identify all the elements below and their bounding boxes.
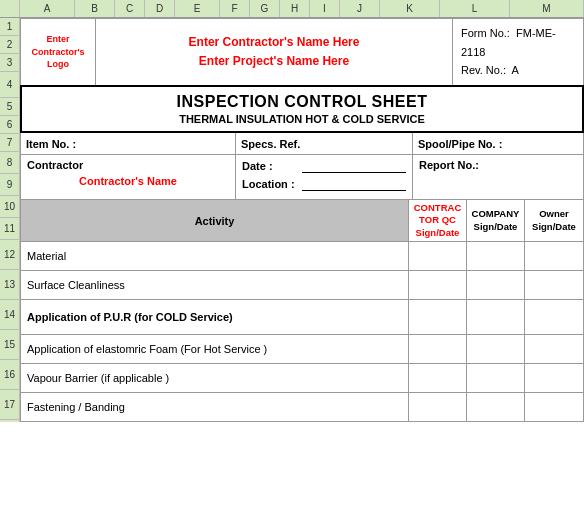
activity-cleanliness: Surface Cleanliness [21, 271, 409, 299]
col-header-i: I [310, 0, 340, 17]
activity-material-owner-sign [525, 242, 583, 270]
location-underline [302, 177, 406, 191]
specs-ref-cell: Specs. Ref. [236, 133, 413, 154]
col-header-h: H [280, 0, 310, 17]
rev-label: Rev. No.: [461, 64, 506, 76]
contractor-row: Contractor Contractor's Name Date : Loca… [20, 155, 584, 200]
row-num-7: 7 [0, 134, 19, 152]
activity-foam: Application of elastomric Foam (For Hot … [21, 335, 409, 363]
date-line: Date : [242, 159, 406, 173]
row-num-2: 2 [0, 36, 19, 54]
specs-ref-label: Specs. Ref. [241, 138, 300, 150]
row-numbers: 1 2 3 4 5 6 7 8 9 10 11 12 13 14 15 16 1… [0, 18, 20, 422]
activity-cleanliness-contractor-sign [409, 271, 467, 299]
item-no-cell: Item No. : [21, 133, 236, 154]
col-header-k: K [380, 0, 440, 17]
location-label: Location : [242, 178, 302, 190]
row-num-10: 10 [0, 196, 19, 218]
rev-value: A [512, 64, 519, 76]
report-cell: Report No.: [413, 155, 583, 199]
contractor-cell: Contractor Contractor's Name [21, 155, 236, 199]
corner-cell [0, 0, 20, 17]
top-section: Enter Contractor's Logo Enter Contractor… [20, 18, 584, 85]
activity-material-company-sign [467, 242, 525, 270]
row-num-5: 5 [0, 98, 19, 116]
logo-text: Enter Contractor's Logo [25, 33, 91, 71]
activity-header-label: Activity [21, 200, 409, 241]
title-main: INSPECTION CONTROL SHEET [26, 93, 578, 111]
spreadsheet: A B C D E F G H I J K L M 1 2 3 4 5 6 7 … [0, 0, 584, 422]
grid-area: 1 2 3 4 5 6 7 8 9 10 11 12 13 14 15 16 1… [0, 18, 584, 422]
contractor-label: Contractor [27, 159, 229, 171]
item-row: Item No. : Specs. Ref. Spool/Pipe No. : [20, 133, 584, 155]
report-label: Report No.: [419, 159, 479, 171]
activity-cleanliness-company-sign [467, 271, 525, 299]
activity-fastening-owner-sign [525, 393, 583, 421]
row-num-4: 4 [0, 72, 19, 98]
owner-label: OwnerSign/Date [532, 208, 576, 233]
col-header-b: B [75, 0, 115, 17]
activity-fastening: Fastening / Banding [21, 393, 409, 421]
row-num-12: 12 [0, 240, 19, 270]
col-header-d: D [145, 0, 175, 17]
form-no-label: Form No.: [461, 27, 510, 39]
activity-row-fastening: Fastening / Banding [20, 393, 584, 422]
activity-header: Activity CONTRACTOR QCSign/Date COMPANYS… [20, 200, 584, 242]
col-header-l: L [440, 0, 510, 17]
spool-label: Spool/Pipe No. : [418, 138, 502, 150]
activity-vapour-company-sign [467, 364, 525, 392]
row-num-9: 9 [0, 174, 19, 196]
activity-vapour-owner-sign [525, 364, 583, 392]
activity-material-contractor-sign [409, 242, 467, 270]
contractor-name-header-cell: Enter Contractor's Name Here Enter Proje… [96, 19, 453, 85]
content-area: Enter Contractor's Logo Enter Contractor… [20, 18, 584, 422]
contractor-name-header: Enter Contractor's Name Here Enter Proje… [189, 33, 360, 71]
item-no-label: Item No. : [26, 138, 76, 150]
row-num-15: 15 [0, 330, 19, 360]
row-num-8: 8 [0, 152, 19, 174]
spool-cell: Spool/Pipe No. : [413, 133, 583, 154]
activity-row-cleanliness: Surface Cleanliness [20, 271, 584, 300]
activity-row-foam: Application of elastomric Foam (For Hot … [20, 335, 584, 364]
col-header-j: J [340, 0, 380, 17]
activity-pur-contractor-sign [409, 300, 467, 334]
activity-vapour-contractor-sign [409, 364, 467, 392]
column-header-row: A B C D E F G H I J K L M [0, 0, 584, 18]
col-header-m: M [510, 0, 584, 17]
col-header-a: A [20, 0, 75, 17]
contractor-qc-header: CONTRACTOR QCSign/Date [409, 200, 467, 241]
contractor-name-value: Contractor's Name [27, 175, 229, 187]
activity-foam-company-sign [467, 335, 525, 363]
date-underline [302, 159, 406, 173]
contractor-qc-label: CONTRACTOR QCSign/Date [414, 202, 462, 239]
activity-foam-contractor-sign [409, 335, 467, 363]
activity-pur-owner-sign [525, 300, 583, 334]
col-header-f: F [220, 0, 250, 17]
row-num-13: 13 [0, 270, 19, 300]
activity-material: Material [21, 242, 409, 270]
activity-vapour: Vapour Barrier (if applicable ) [21, 364, 409, 392]
col-header-e: E [175, 0, 220, 17]
row-num-3: 3 [0, 54, 19, 72]
logo-cell: Enter Contractor's Logo [21, 19, 96, 85]
title-section: INSPECTION CONTROL SHEET THERMAL INSULAT… [20, 85, 584, 133]
owner-header: OwnerSign/Date [525, 200, 583, 241]
row-num-6: 6 [0, 116, 19, 134]
row-num-14: 14 [0, 300, 19, 330]
location-line: Location : [242, 177, 406, 191]
activity-fastening-company-sign [467, 393, 525, 421]
activity-row-material: Material [20, 242, 584, 271]
company-label: COMPANYSign/Date [472, 208, 520, 233]
activity-cleanliness-owner-sign [525, 271, 583, 299]
company-header: COMPANYSign/Date [467, 200, 525, 241]
title-sub: THERMAL INSULATION HOT & COLD SERVICE [26, 113, 578, 125]
activity-fastening-contractor-sign [409, 393, 467, 421]
row-num-17: 17 [0, 390, 19, 420]
activity-pur-company-sign [467, 300, 525, 334]
col-header-g: G [250, 0, 280, 17]
row-num-16: 16 [0, 360, 19, 390]
col-header-c: C [115, 0, 145, 17]
activity-foam-owner-sign [525, 335, 583, 363]
date-location-cell: Date : Location : [236, 155, 413, 199]
activity-pur: Application of P.U.R (for COLD Service) [21, 300, 409, 334]
